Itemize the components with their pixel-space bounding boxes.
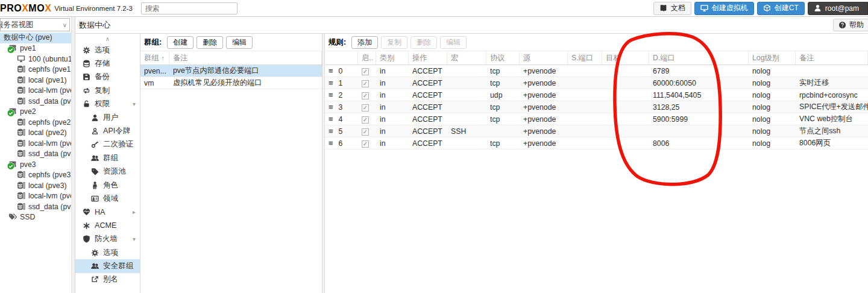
- menu-item-acme[interactable]: ACME: [75, 219, 140, 232]
- sidebar-scrollbar[interactable]: [71, 17, 75, 293]
- column-header-action[interactable]: 操作: [409, 51, 447, 65]
- column-header-dest[interactable]: 目标: [602, 51, 649, 65]
- tree-item-node[interactable]: pve2: [0, 107, 75, 118]
- create-vm-button[interactable]: 创建虚拟机: [694, 2, 754, 15]
- column-header-comment[interactable]: 备注: [796, 51, 868, 65]
- column-header-sport[interactable]: S.端口: [568, 51, 602, 65]
- enabled-checkbox[interactable]: ✓: [362, 116, 369, 124]
- menu-item-ha[interactable]: HA▸: [75, 206, 140, 219]
- tree-item-storage[interactable]: local (pve1): [0, 75, 75, 86]
- remove-group-button[interactable]: 删除: [197, 36, 223, 49]
- tree-item-storage[interactable]: local (pve2): [0, 128, 75, 139]
- tree-item-pool[interactable]: SSD: [0, 212, 75, 223]
- remove-rule-button[interactable]: 删除: [410, 36, 437, 49]
- documentation-button[interactable]: 文档: [653, 2, 691, 15]
- drag-handle-icon[interactable]: ≡: [329, 127, 333, 136]
- column-header-enabled[interactable]: 启..: [358, 51, 376, 65]
- group-row[interactable]: vm 虚拟机常见必须开放的端口: [140, 77, 322, 89]
- tree-item-storage[interactable]: local (pve3): [0, 180, 75, 191]
- enabled-checkbox[interactable]: ✓: [362, 80, 369, 87]
- enabled-checkbox[interactable]: ✓: [362, 104, 369, 112]
- menu-item-users[interactable]: 用户: [75, 111, 140, 124]
- column-header-macro[interactable]: 宏: [447, 51, 486, 65]
- tree-item-node[interactable]: pve1: [0, 43, 75, 54]
- menu-item-firewall[interactable]: 防火墙▾: [75, 232, 140, 245]
- column-header-dport[interactable]: D.端口: [649, 51, 749, 65]
- rule-pos: 2: [339, 91, 343, 99]
- content-area: 数据中心 帮助 ∧ 选项 存储 备份 复制 权限▾ 用户 API令牌 二次验证 …: [75, 17, 868, 293]
- help-button[interactable]: 帮助: [833, 19, 868, 31]
- column-header-group[interactable]: 群组↑: [140, 51, 169, 65]
- menu-item-replication[interactable]: 复制: [75, 84, 140, 97]
- menu-item-security-groups[interactable]: 安全群组: [75, 259, 140, 273]
- menu-item-realms[interactable]: 领域: [75, 192, 140, 205]
- drag-handle-icon[interactable]: ≡: [329, 66, 333, 75]
- menu-item-backup[interactable]: 备份: [75, 71, 140, 84]
- chevron-down-icon[interactable]: ▾: [133, 101, 136, 107]
- menu-item-groups[interactable]: 群组: [75, 151, 140, 165]
- enabled-checkbox[interactable]: ✓: [362, 128, 369, 136]
- rule-row[interactable]: ≡0 ✓ in ACCEPT tcp +pvenode 6789 nolog: [325, 65, 868, 77]
- drag-handle-icon[interactable]: ≡: [329, 139, 333, 148]
- menu-item-roles[interactable]: 角色: [75, 178, 140, 192]
- enabled-checkbox[interactable]: ✓: [362, 140, 369, 148]
- rule-proto: tcp: [486, 67, 520, 75]
- rule-row[interactable]: ≡5 ✓ in ACCEPT SSH +pvenode nolog 节点之间ss…: [325, 125, 868, 137]
- proxmox-logo[interactable]: PROXMOX: [0, 3, 51, 14]
- tree-item-storage[interactable]: local-lvm (pve2): [0, 138, 75, 149]
- menu-item-two-factor[interactable]: 二次验证: [75, 138, 140, 151]
- edit-rule-button[interactable]: 编辑: [440, 36, 467, 49]
- column-header-log[interactable]: Log级别: [749, 51, 796, 65]
- enabled-checkbox[interactable]: ✓: [362, 68, 369, 75]
- rule-row[interactable]: ≡1 ✓ in ACCEPT tcp +pvenode 60000:60050 …: [325, 77, 868, 89]
- menu-item-options[interactable]: 选项: [75, 43, 140, 57]
- menu-scroll-up[interactable]: ∧: [75, 34, 140, 43]
- tree-item-storage[interactable]: cephfs (pve1): [0, 65, 75, 75]
- chevron-up-icon: ∧: [105, 36, 110, 42]
- tree-item-storage[interactable]: ssd_data (pve2): [0, 149, 75, 160]
- tree-item-node[interactable]: pve3: [0, 159, 75, 170]
- rule-source: +pvenode: [520, 103, 568, 112]
- chevron-down-icon[interactable]: ▾: [133, 236, 136, 242]
- copy-rule-button[interactable]: 复制: [381, 36, 407, 49]
- tree-item-storage[interactable]: cephfs (pve3): [0, 170, 75, 181]
- user-menu-button[interactable]: root@pam: [808, 2, 868, 15]
- tree-item-storage[interactable]: local-lvm (pve3): [0, 191, 75, 202]
- column-header-source[interactable]: 源: [520, 51, 568, 65]
- tree-item-vm[interactable]: 100 (ubuntu1): [0, 54, 75, 65]
- tree-item-storage[interactable]: local-lvm (pve1): [0, 86, 75, 96]
- drag-handle-icon[interactable]: ≡: [329, 115, 333, 124]
- rule-row[interactable]: ≡2 ✓ in ACCEPT udp +pvenode 111,5404,540…: [325, 89, 868, 101]
- group-comment: 虚拟机常见必须开放的端口: [169, 78, 322, 88]
- rule-pos: 1: [339, 79, 343, 87]
- tree-item-storage[interactable]: ssd_data (pve1): [0, 96, 75, 107]
- menu-item-permissions[interactable]: 权限▾: [75, 98, 140, 111]
- add-rule-button[interactable]: 添加: [351, 36, 378, 49]
- tree-item-storage[interactable]: cephfs (pve2): [0, 117, 75, 128]
- rule-row[interactable]: ≡6 ✓ in ACCEPT tcp +pvenode 8006 nolog 8…: [325, 137, 868, 150]
- column-header-type[interactable]: 类别: [376, 51, 409, 65]
- menu-item-pools[interactable]: 资源池: [75, 165, 140, 178]
- group-row[interactable]: pven... pve节点内部通信必要端口: [140, 65, 322, 77]
- menu-item-storage[interactable]: 存储: [75, 57, 140, 70]
- rule-action: ACCEPT: [409, 79, 447, 87]
- drag-handle-icon[interactable]: ≡: [329, 78, 333, 87]
- drag-handle-icon[interactable]: ≡: [329, 102, 333, 112]
- search-input[interactable]: [141, 2, 237, 14]
- create-group-button[interactable]: 创建: [167, 36, 193, 49]
- column-header-comment[interactable]: 备注: [169, 51, 322, 65]
- column-header-protocol[interactable]: 协议: [486, 51, 520, 65]
- menu-item-alias[interactable]: 别名: [75, 273, 140, 286]
- chevron-right-icon[interactable]: ▸: [133, 209, 136, 215]
- rule-row[interactable]: ≡4 ✓ in ACCEPT tcp +pvenode 5900:5999 no…: [325, 113, 868, 125]
- rule-row[interactable]: ≡3 ✓ in ACCEPT tcp +pvenode 3128,25 nolo…: [325, 101, 868, 113]
- drag-handle-icon[interactable]: ≡: [329, 90, 333, 99]
- tree-item-storage[interactable]: ssd_data (pve3): [0, 201, 75, 212]
- menu-item-firewall-options[interactable]: 选项: [75, 246, 140, 259]
- enabled-checkbox[interactable]: ✓: [362, 92, 369, 99]
- menu-item-api-tokens[interactable]: API令牌: [75, 124, 140, 137]
- view-select[interactable]: 服务器视图 ∨: [0, 18, 70, 31]
- tree-item-datacenter[interactable]: 数据中心 (pve): [0, 33, 75, 43]
- create-ct-button[interactable]: 创建CT: [757, 2, 805, 15]
- edit-group-button[interactable]: 编辑: [226, 36, 253, 49]
